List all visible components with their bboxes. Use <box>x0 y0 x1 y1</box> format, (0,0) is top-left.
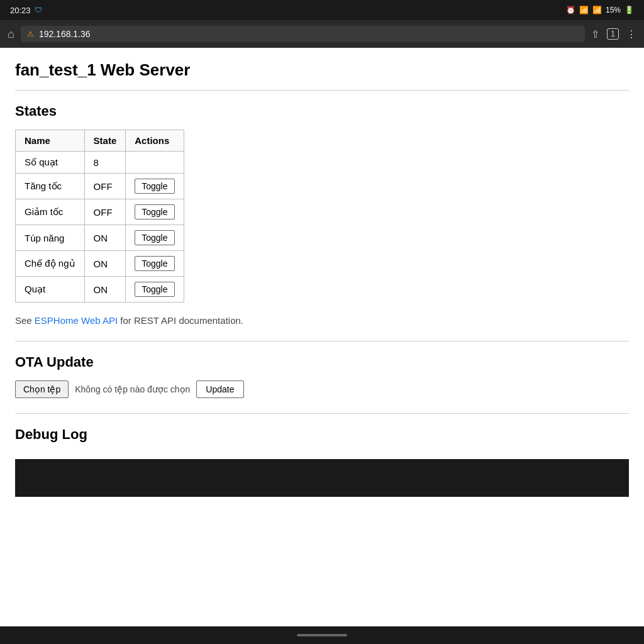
debug-section: Debug Log <box>15 426 629 499</box>
signal-icon: 📶 <box>592 6 602 14</box>
table-row: Số quạt8 <box>16 152 184 174</box>
table-header-row: Name State Actions <box>16 130 184 152</box>
row-name-4: Chế độ ngủ <box>16 251 85 277</box>
row-state-5: ON <box>84 277 126 303</box>
ota-section: OTA Update Chọn tệp Không có tệp nào đượ… <box>15 354 629 398</box>
row-actions-4: Toggle <box>126 251 184 277</box>
row-actions-0 <box>126 152 184 174</box>
shield-icon: 🛡 <box>35 6 42 14</box>
row-state-3: ON <box>84 225 126 251</box>
title-divider <box>15 90 629 91</box>
toggle-button-1[interactable]: Toggle <box>135 179 174 194</box>
row-state-2: OFF <box>84 199 126 225</box>
debug-log-textarea[interactable] <box>15 459 629 497</box>
row-name-3: Túp năng <box>16 225 85 251</box>
choose-file-button[interactable]: Chọn tệp <box>15 380 69 398</box>
charging-icon: 🔋 <box>625 6 634 14</box>
status-right: ⏰ 📶 📶 15% 🔋 <box>566 6 634 14</box>
api-suffix: for REST API documentation. <box>118 315 243 326</box>
debug-divider <box>15 413 629 414</box>
address-bar: ⌂ ⚠ 192.168.1.36 ⇧ 1 ⋮ <box>0 20 644 48</box>
debug-heading: Debug Log <box>15 426 629 443</box>
col-actions-header: Actions <box>126 130 184 152</box>
url-text: 192.168.1.36 <box>39 29 91 39</box>
table-row: Túp năngONToggle <box>16 225 184 251</box>
menu-icon[interactable]: ⋮ <box>626 28 636 40</box>
table-row: QuạtONToggle <box>16 277 184 303</box>
api-note: See ESPHome Web API for REST API documen… <box>15 315 629 326</box>
warning-icon: ⚠ <box>27 30 34 38</box>
tab-count[interactable]: 1 <box>607 28 619 40</box>
toggle-button-2[interactable]: Toggle <box>135 204 174 219</box>
row-state-0: 8 <box>84 152 126 174</box>
states-table: Name State Actions Số quạt8Tăng tốcOFFTo… <box>15 130 184 303</box>
row-name-5: Quạt <box>16 277 85 303</box>
table-row: Tăng tốcOFFToggle <box>16 174 184 199</box>
states-heading: States <box>15 103 629 119</box>
col-state-header: State <box>84 130 126 152</box>
update-button[interactable]: Update <box>196 380 243 398</box>
home-icon[interactable]: ⌂ <box>8 28 14 41</box>
col-name-header: Name <box>16 130 85 152</box>
status-time: 20:23 <box>10 6 31 15</box>
row-actions-1: Toggle <box>126 174 184 199</box>
row-state-4: ON <box>84 251 126 277</box>
ota-heading: OTA Update <box>15 354 629 370</box>
ota-row: Chọn tệp Không có tệp nào được chọn Upda… <box>15 380 629 398</box>
wifi-icon: 📶 <box>579 6 589 14</box>
page-content: fan_test_1 Web Server States Name State … <box>0 48 644 512</box>
toggle-button-3[interactable]: Toggle <box>135 230 174 245</box>
alarm-icon: ⏰ <box>566 6 575 14</box>
table-row: Giảm tốcOFFToggle <box>16 199 184 225</box>
share-icon[interactable]: ⇧ <box>591 28 599 40</box>
api-prefix: See <box>15 315 35 326</box>
status-bar: 20:23 🛡 ⏰ 📶 📶 15% 🔋 <box>0 0 644 20</box>
row-actions-3: Toggle <box>126 225 184 251</box>
toggle-button-5[interactable]: Toggle <box>135 282 174 297</box>
page-title: fan_test_1 Web Server <box>15 60 629 80</box>
row-name-2: Giảm tốc <box>16 199 85 225</box>
row-name-0: Số quạt <box>16 152 85 174</box>
row-state-1: OFF <box>84 174 126 199</box>
ota-divider <box>15 341 629 341</box>
url-bar[interactable]: ⚠ 192.168.1.36 <box>21 26 585 42</box>
row-actions-2: Toggle <box>126 199 184 225</box>
row-actions-5: Toggle <box>126 277 184 303</box>
no-file-text: Không có tệp nào được chọn <box>75 384 190 394</box>
status-left: 20:23 🛡 <box>10 6 42 15</box>
api-link[interactable]: ESPHome Web API <box>35 315 118 326</box>
toggle-button-4[interactable]: Toggle <box>135 256 174 271</box>
row-name-1: Tăng tốc <box>16 174 85 199</box>
table-row: Chế độ ngủONToggle <box>16 251 184 277</box>
browser-actions: ⇧ 1 ⋮ <box>591 28 636 40</box>
battery-level: 15% <box>606 6 621 14</box>
